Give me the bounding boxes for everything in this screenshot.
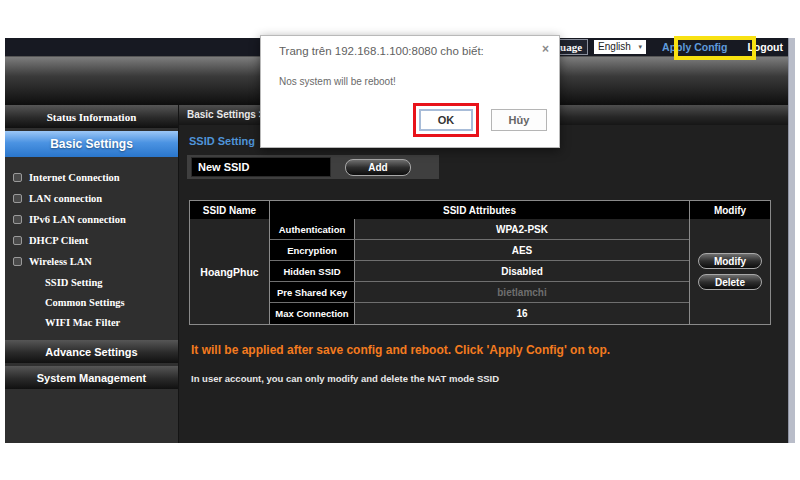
modify-cell: Modify Delete — [690, 219, 770, 324]
chevron-down-icon: ▾ — [639, 40, 643, 54]
attribute-value: 16 — [355, 303, 689, 324]
new-ssid-row: Add — [187, 155, 439, 179]
checkbox-icon — [13, 236, 22, 245]
sidebar-item-label: Wireless LAN — [29, 256, 92, 267]
sidebar-item-ipv6-lan-connection[interactable]: IPv6 LAN connection — [5, 209, 178, 230]
add-button[interactable]: Add — [345, 159, 411, 176]
body: Status Information Basic Settings Intern… — [5, 105, 795, 443]
browser-confirm-dialog: Trang trên 192.168.1.100:8080 cho biết: … — [260, 35, 560, 148]
attribute-value: bietlamchi — [355, 282, 689, 302]
language-select[interactable]: English ▾ — [594, 40, 646, 54]
warning-text: It will be applied after save config and… — [191, 343, 751, 357]
sidebar-item-internet-connection[interactable]: Internet Connection — [5, 167, 178, 188]
sidebar-section-basic-settings[interactable]: Basic Settings — [5, 131, 178, 157]
attribute-value: Disabled — [355, 261, 689, 281]
attribute-row-encryption: Encryption AES — [270, 240, 689, 261]
dialog-message: Nos system will be reboot! — [279, 76, 396, 87]
close-icon[interactable]: × — [542, 42, 549, 56]
note-text: In user account, you can only modify and… — [191, 373, 499, 384]
page: Language English ▾ Apply Config Logout S… — [0, 0, 800, 480]
sidebar-section-status-information[interactable]: Status Information — [5, 105, 178, 128]
checkbox-icon — [13, 173, 22, 182]
sidebar-item-label: LAN connection — [29, 193, 102, 204]
main-content: Basic Settings > SS SSID Setting Add SSI… — [178, 105, 795, 443]
checkbox-icon — [13, 257, 22, 266]
sidebar: Status Information Basic Settings Intern… — [5, 105, 178, 443]
page-title: SSID Setting — [189, 135, 255, 147]
checkbox-icon — [13, 215, 22, 224]
sidebar-item-label: IPv6 LAN connection — [29, 214, 126, 225]
attribute-name: Max Connection — [270, 303, 355, 324]
ok-button-highlight: OK — [413, 103, 479, 137]
sidebar-section-system-management[interactable]: System Management — [5, 366, 178, 389]
sidebar-item-lan-connection[interactable]: LAN connection — [5, 188, 178, 209]
attribute-value: AES — [355, 240, 689, 260]
dialog-buttons: OK Hủy — [413, 103, 547, 137]
sidebar-item-label: Internet Connection — [29, 172, 120, 183]
attribute-row-pre-shared-key: Pre Shared Key bietlamchi — [270, 282, 689, 303]
apply-config-highlight — [674, 36, 756, 60]
spacer — [5, 332, 178, 340]
ssid-name-cell: HoangPhuc — [190, 219, 270, 324]
language-select-value: English — [598, 40, 631, 54]
attribute-name: Encryption — [270, 240, 355, 260]
dialog-title: Trang trên 192.168.1.100:8080 cho biết: — [279, 45, 484, 57]
attribute-row-max-connection: Max Connection 16 — [270, 303, 689, 324]
column-header-modify: Modify — [690, 201, 770, 219]
new-ssid-input[interactable] — [191, 157, 331, 177]
ssid-attributes-cell: Authentication WPA2-PSK Encryption AES H… — [270, 219, 690, 324]
attribute-name: Hidden SSID — [270, 261, 355, 281]
table-row: HoangPhuc Authentication WPA2-PSK Encryp… — [190, 219, 770, 324]
sidebar-item-wireless-lan[interactable]: Wireless LAN — [5, 251, 178, 272]
ok-button[interactable]: OK — [419, 109, 473, 131]
column-header-ssid-attributes: SSID Attributes — [270, 201, 690, 219]
sidebar-subitem-ssid-setting[interactable]: SSID Setting — [5, 272, 178, 292]
scrollbar[interactable] — [788, 38, 795, 443]
attribute-value: WPA2-PSK — [355, 219, 689, 239]
table-header-row: SSID Name SSID Attributes Modify — [190, 201, 770, 219]
attribute-row-hidden-ssid: Hidden SSID Disabled — [270, 261, 689, 282]
sidebar-subitem-wifi-mac-filter[interactable]: WIFI Mac Filter — [5, 312, 178, 332]
attribute-name: Pre Shared Key — [270, 282, 355, 302]
attribute-row-authentication: Authentication WPA2-PSK — [270, 219, 689, 240]
column-header-ssid-name: SSID Name — [190, 201, 270, 219]
sidebar-item-label: DHCP Client — [29, 235, 88, 246]
attribute-name: Authentication — [270, 219, 355, 239]
checkbox-icon — [13, 194, 22, 203]
cancel-button[interactable]: Hủy — [491, 109, 547, 131]
ssid-table: SSID Name SSID Attributes Modify HoangPh… — [189, 200, 771, 325]
modify-button[interactable]: Modify — [698, 253, 762, 269]
sidebar-subitem-common-settings[interactable]: Common Settings — [5, 292, 178, 312]
delete-button[interactable]: Delete — [698, 274, 762, 290]
sidebar-section-advance-settings[interactable]: Advance Settings — [5, 340, 178, 363]
sidebar-item-dhcp-client[interactable]: DHCP Client — [5, 230, 178, 251]
